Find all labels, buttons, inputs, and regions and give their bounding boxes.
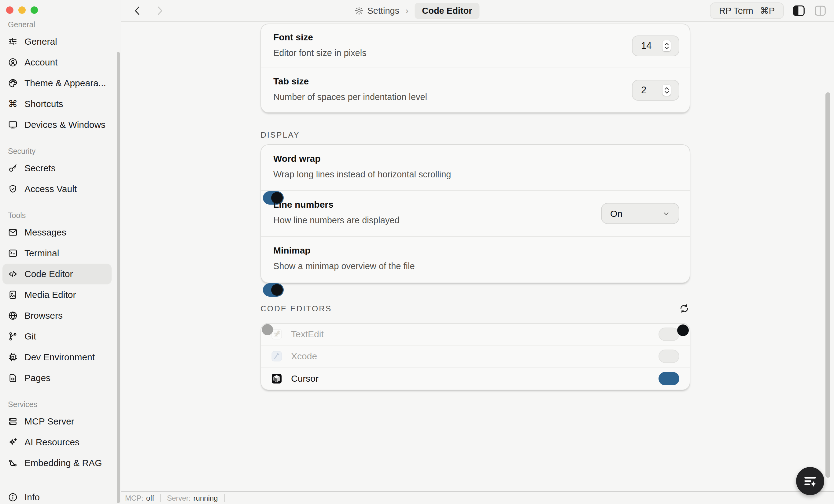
status-label: Server:	[167, 494, 191, 502]
sidebar-item-info[interactable]: Info	[2, 487, 112, 504]
code-editors-section-header: CODE EDITORS	[261, 303, 690, 315]
content-area: Settings › Code Editor RP Term ⌘P Font s…	[121, 0, 834, 504]
sidebar-item-access-vault[interactable]: Access Vault	[2, 179, 112, 199]
sidebar-section-general: General General Account Theme & Appeara.…	[2, 19, 112, 135]
terminal-shortcut-label: RP Term	[719, 6, 753, 16]
font-size-value: 14	[633, 40, 662, 51]
breadcrumb-current-page[interactable]: Code Editor	[415, 3, 479, 19]
breadcrumb-settings[interactable]: Settings	[354, 6, 399, 16]
setting-row-font-size: Font size Editor font size in pixels 14	[261, 24, 690, 68]
toggle-sidebar-button[interactable]	[792, 5, 805, 17]
palette-icon	[8, 78, 18, 88]
sidebar-item-general[interactable]: General	[2, 31, 112, 52]
app-row-xcode: Xcode	[261, 346, 690, 368]
line-numbers-value: On	[610, 208, 662, 219]
sidebar-item-browsers[interactable]: Browsers	[2, 305, 112, 326]
sidebar-item-mcp-server[interactable]: MCP Server	[2, 411, 112, 432]
breadcrumb: Settings › Code Editor	[354, 0, 479, 21]
font-size-stepper[interactable]: 14	[632, 36, 679, 56]
sidebar-item-media-editor[interactable]: Media Editor	[2, 284, 112, 305]
display-card: Word wrap Wrap long lines instead of hor…	[261, 144, 690, 283]
sidebar-item-ai-resources[interactable]: AI Resources	[2, 432, 112, 453]
sidebar-item-label: AI Resources	[24, 437, 80, 447]
chevron-right-icon	[156, 5, 164, 16]
minimize-button[interactable]	[18, 6, 26, 14]
sidebar-item-messages[interactable]: Messages	[2, 222, 112, 243]
terminal-shortcut-keys: ⌘P	[760, 5, 775, 16]
sidebar-item-account[interactable]: Account	[2, 52, 112, 73]
refresh-button[interactable]	[678, 303, 690, 315]
monitor-icon	[8, 120, 18, 130]
sparkles-icon	[8, 437, 18, 447]
setting-title: Minimap	[273, 245, 678, 256]
setting-subtitle: Number of spaces per indentation level	[273, 92, 678, 102]
mail-icon	[8, 227, 18, 237]
chevron-up-icon	[665, 43, 669, 46]
ai-summary-fab-button[interactable]	[796, 467, 824, 495]
sidebar-item-label: Account	[24, 57, 58, 68]
setting-row-minimap: Minimap Show a minimap overview of the f…	[261, 237, 690, 283]
line-numbers-select[interactable]: On	[601, 203, 679, 224]
sidebar-item-label: Code Editor	[24, 269, 73, 279]
toggle-knob	[262, 324, 273, 335]
setting-title: Word wrap	[273, 154, 678, 164]
textedit-toggle[interactable]	[659, 328, 679, 341]
sidebar-item-theme-appearance[interactable]: Theme & Appeara...	[2, 73, 112, 93]
sidebar-item-label: Embedding & RAG	[24, 458, 102, 468]
status-item-mcp: MCP: off	[125, 494, 160, 502]
sidebar-item-label: Git	[24, 331, 36, 342]
cursor-toggle[interactable]	[659, 372, 679, 385]
sidebar-item-label: Terminal	[24, 248, 59, 258]
status-value: off	[146, 494, 154, 502]
sidebar-item-shortcuts[interactable]: ⌘ Shortcuts	[2, 93, 112, 114]
sidebar-item-devices-windows[interactable]: Devices & Windows	[2, 114, 112, 135]
stepper-buttons[interactable]	[662, 85, 671, 96]
status-divider	[224, 494, 225, 502]
toggle-right-panel-button[interactable]	[814, 5, 827, 17]
back-button[interactable]	[131, 4, 144, 18]
chevron-left-icon	[133, 5, 141, 16]
sidebar-item-dev-environment[interactable]: Dev Environment	[2, 347, 112, 368]
sidebar-item-code-editor[interactable]: Code Editor	[2, 264, 112, 284]
app-row-textedit: TextEdit	[261, 324, 690, 346]
tab-size-stepper[interactable]: 2	[632, 80, 679, 101]
sidebar-item-git[interactable]: Git	[2, 326, 112, 347]
settings-gear-icon	[354, 6, 364, 15]
toggle-knob	[677, 325, 689, 336]
sidebar-item-label: Browsers	[24, 310, 63, 321]
sidebar-item-terminal[interactable]: Terminal	[2, 243, 112, 264]
key-icon	[8, 163, 18, 173]
list-sparkle-icon	[802, 473, 818, 489]
sidebar-section-tools: Tools Messages Terminal Code Editor Medi…	[2, 210, 112, 388]
sidebar-item-embedding-rag[interactable]: Embedding & RAG	[2, 453, 112, 474]
chevron-down-icon	[662, 210, 670, 217]
chevron-up-icon	[665, 87, 669, 90]
stepper-buttons[interactable]	[662, 40, 671, 51]
minimap-toggle[interactable]	[263, 283, 284, 297]
setting-row-tab-size: Tab size Number of spaces per indentatio…	[261, 68, 690, 112]
code-icon	[8, 269, 18, 279]
sidebar-panel-icon	[793, 5, 805, 16]
sidebar-item-label: Media Editor	[24, 290, 76, 300]
app-name: TextEdit	[291, 329, 659, 339]
sidebar-item-label: Devices & Windows	[24, 119, 106, 130]
sidebar-item-secrets[interactable]: Secrets	[2, 158, 112, 179]
file-code-icon	[8, 373, 18, 383]
xcode-toggle[interactable]	[659, 350, 679, 363]
sidebar-item-pages[interactable]: Pages	[2, 368, 112, 388]
forward-button[interactable]	[153, 4, 167, 18]
close-button[interactable]	[6, 6, 14, 14]
setting-subtitle: Wrap long lines instead of horizontal sc…	[273, 170, 678, 179]
content-scrollbar-thumb[interactable]	[826, 92, 830, 478]
editor-size-card: Font size Editor font size in pixels 14 …	[261, 24, 690, 113]
toolbar: Settings › Code Editor RP Term ⌘P	[121, 0, 834, 22]
terminal-shortcut-button[interactable]: RP Term ⌘P	[710, 2, 784, 19]
sidebar-item-label: Dev Environment	[24, 352, 95, 363]
sidebar-item-label: Pages	[24, 373, 50, 383]
sidebar-scrollbar-thumb[interactable]	[117, 52, 120, 503]
section-header-label: CODE EDITORS	[261, 304, 332, 313]
chevron-down-icon	[665, 46, 669, 49]
zoom-button[interactable]	[30, 6, 38, 14]
setting-subtitle: Editor font size in pixels	[273, 48, 678, 58]
breadcrumb-settings-label: Settings	[367, 6, 399, 16]
